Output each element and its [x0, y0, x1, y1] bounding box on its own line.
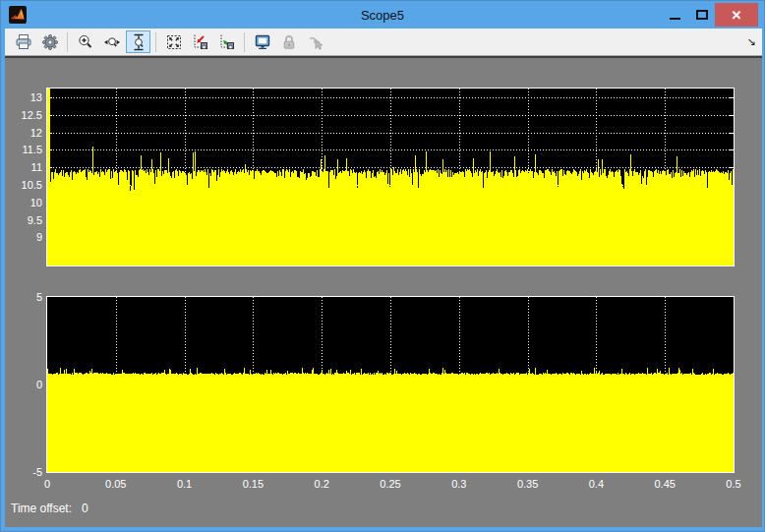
- print-button[interactable]: [11, 30, 35, 53]
- x-tick-label: 0.35: [506, 477, 550, 491]
- time-offset-status: Time offset:0: [11, 502, 98, 515]
- y-tick-label: 11.5: [7, 143, 42, 156]
- toolbar-overflow-chevron[interactable]: ↘: [742, 31, 760, 53]
- signal-selector-button[interactable]: [303, 30, 327, 53]
- restore-axes-icon: [218, 33, 236, 51]
- scope-window: Scope5 ✕: [0, 0, 765, 532]
- titlebar[interactable]: Scope5 ✕: [1, 1, 764, 29]
- gear-icon: [41, 33, 59, 51]
- x-tick-label: 0.25: [369, 477, 412, 491]
- upper-scope-axes[interactable]: [46, 88, 735, 266]
- printer-icon: [15, 33, 32, 51]
- x-tick-label: 0.5: [712, 477, 755, 491]
- time-offset-value: 0: [82, 502, 88, 515]
- x-tick-label: 0.1: [163, 477, 206, 491]
- y-tick-label: 12.5: [7, 108, 42, 122]
- zoom-in-icon: [77, 33, 94, 51]
- toolbar-divider: [5, 56, 762, 58]
- toolbar-separator: [155, 32, 156, 52]
- x-tick-label: 0.3: [438, 477, 481, 491]
- minimize-icon: [670, 18, 680, 20]
- toolbar-separator: [244, 32, 245, 52]
- maximize-button[interactable]: [689, 1, 715, 29]
- autoscale-button[interactable]: [161, 30, 186, 53]
- parameters-button[interactable]: [37, 30, 62, 53]
- y-tick-label: 11: [7, 160, 42, 174]
- zoom-x-icon: [103, 33, 121, 51]
- lock-icon: [280, 33, 298, 51]
- zoom-x-button[interactable]: [99, 30, 124, 53]
- close-icon: ✕: [732, 8, 742, 23]
- x-tick-label: 0: [26, 477, 69, 491]
- y-tick-label: 9.5: [7, 213, 42, 227]
- lower-scope-axes[interactable]: [46, 296, 735, 473]
- y-tick-label: 10: [7, 196, 42, 209]
- y-tick-label: 13: [7, 90, 42, 104]
- x-tick-label: 0.4: [574, 477, 618, 491]
- x-tick-label: 0.45: [643, 477, 686, 491]
- floating-scope-button[interactable]: [250, 30, 274, 53]
- y-tick-label: 12: [7, 126, 42, 140]
- toolbar-separator: [67, 32, 68, 52]
- autoscale-icon: [165, 33, 183, 51]
- y-tick-label: 9: [7, 230, 42, 244]
- time-offset-label: Time offset:: [11, 502, 72, 515]
- x-tick-label: 0.05: [94, 477, 138, 491]
- zoom-in-button[interactable]: [73, 30, 97, 53]
- save-axes-button[interactable]: [188, 30, 212, 53]
- maximize-icon: [696, 10, 708, 20]
- restore-axes-button[interactable]: [214, 30, 239, 53]
- save-axes-icon: [192, 33, 209, 51]
- lock-button[interactable]: [276, 30, 301, 53]
- y-tick-label: 0: [7, 378, 42, 391]
- lower-plot-canvas: [47, 297, 734, 472]
- minimize-button[interactable]: [662, 1, 687, 29]
- window-title: Scope5: [1, 1, 764, 29]
- x-tick-label: 0.15: [231, 477, 274, 491]
- x-tick-label: 0.2: [300, 477, 343, 491]
- cursor-select-icon: [307, 33, 324, 51]
- figure-area: Time offset:0 1312.51211.51110.5109.5950…: [5, 56, 762, 527]
- y-tick-label: 10.5: [7, 178, 42, 192]
- toolbar: ↘: [5, 29, 762, 56]
- y-tick-label: 5: [7, 290, 42, 304]
- zoom-y-button[interactable]: [126, 30, 150, 53]
- monitor-icon: [254, 33, 271, 51]
- upper-plot-canvas: [47, 89, 734, 266]
- close-button[interactable]: ✕: [715, 3, 758, 27]
- zoom-y-icon: [130, 33, 147, 51]
